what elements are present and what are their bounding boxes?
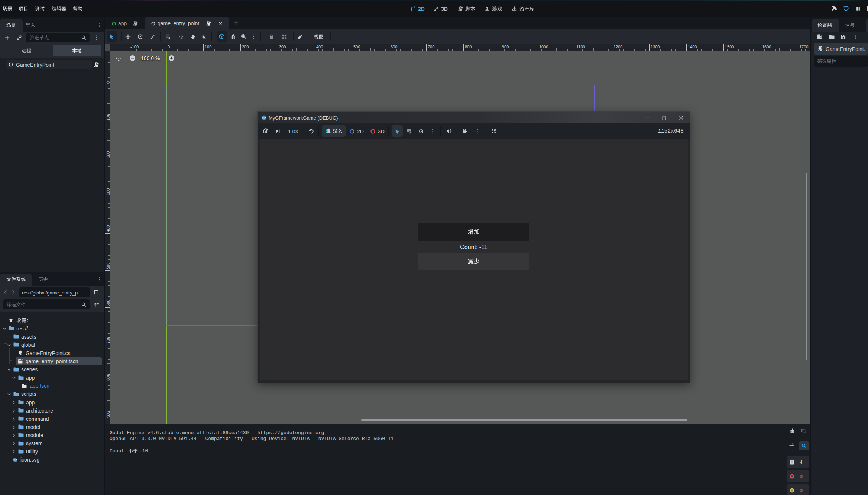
svg-text:cs: cs bbox=[19, 353, 22, 356]
svg-text:cs: cs bbox=[818, 48, 822, 52]
